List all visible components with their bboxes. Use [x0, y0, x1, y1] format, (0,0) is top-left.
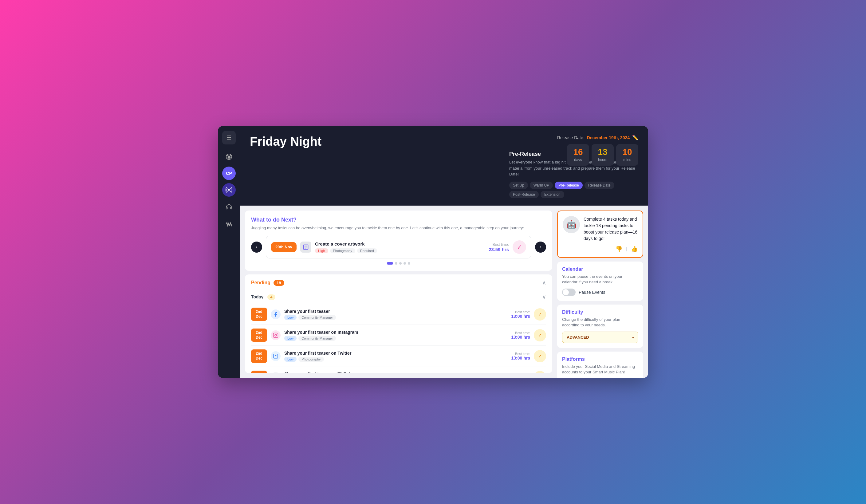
tag-photography-3: Photography [298, 357, 324, 362]
countdown-hours: 13 hours [591, 144, 614, 166]
tab-postrelease[interactable]: Post-Release [509, 191, 539, 198]
task-row-name-2: Share your first teaser on Instagram [284, 330, 508, 335]
carousel-prev-button[interactable]: ‹ [251, 242, 262, 253]
thumbs-up-button[interactable]: 👍 [631, 246, 638, 252]
countdown-days-value: 16 [573, 148, 584, 156]
difficulty-select-wrapper: BEGINNER INTERMEDIATE ADVANCED EXPERT [562, 332, 638, 343]
pending-header[interactable]: Pending 18 ∧ [245, 275, 552, 291]
task-row-name-1: Share your first teaser [284, 309, 508, 314]
twitter-icon [271, 351, 280, 361]
pause-events-toggle[interactable] [562, 289, 576, 296]
countdown-mins-label: mins [622, 158, 633, 162]
difficulty-title: Difficulty [562, 310, 638, 315]
svg-point-12 [277, 334, 277, 334]
task-row-info-1: Share your first teaser Low Community Ma… [284, 309, 508, 320]
edit-icon[interactable]: ✏️ [632, 135, 638, 141]
task-row-info-4: Share your first teaser on TikTok Low Vi… [284, 371, 508, 373]
sidebar-item-headphones[interactable] [222, 200, 236, 214]
task-row-time-2: 13:00 hrs [511, 335, 530, 339]
svg-point-3 [228, 189, 230, 191]
task-check-4[interactable]: ✓ [534, 371, 546, 373]
carousel-dots [251, 262, 546, 265]
svg-rect-9 [304, 248, 306, 249]
tab-prerelease[interactable]: Pre-Release [555, 182, 583, 189]
tag-low-2: Low [284, 336, 297, 341]
tab-setup[interactable]: Set Up [509, 182, 528, 189]
calendar-title: Calendar [562, 267, 638, 272]
pending-title: Pending [251, 280, 270, 285]
countdown-mins: 10 mins [616, 144, 638, 166]
task-row-info-2: Share your first teaser on Instagram Low… [284, 330, 508, 341]
svg-rect-7 [304, 246, 307, 246]
task-row-tags-1: Low Community Manager [284, 315, 508, 320]
tag-high: High [315, 248, 328, 253]
task-check-1[interactable]: ✓ [534, 308, 546, 321]
facebook-icon [271, 310, 280, 319]
tab-warmup[interactable]: Warm UP [530, 182, 553, 189]
tab-extension[interactable]: Extension [541, 191, 564, 198]
svg-rect-13 [274, 354, 278, 358]
task-row: 2ndDec Share your first teaser on Twitte… [251, 346, 546, 367]
countdown-hours-label: hours [597, 158, 608, 162]
pause-events-row: Pause Events [562, 289, 638, 296]
user-avatar[interactable]: CP [222, 167, 236, 180]
sidebar-item-music[interactable] [222, 150, 236, 164]
carousel-next-button[interactable]: › [535, 242, 546, 253]
sidebar-item-waveform[interactable] [222, 217, 236, 231]
dot-2 [395, 262, 397, 265]
svg-rect-10 [274, 333, 278, 337]
main-content: Friday Night Release Date: December 19th… [240, 126, 648, 378]
tab-releasedate[interactable]: Release Date [585, 182, 614, 189]
task-type-icon [300, 242, 311, 253]
task-name: Create a cover artwork [315, 241, 485, 246]
body-content: What to do Next? Juggling many tasks can… [240, 205, 648, 378]
task-row-date-2: 2ndDec [251, 328, 267, 342]
task-row-best-1: Best time: 13:00 hrs [511, 310, 530, 319]
countdown-days: 16 days [567, 144, 589, 166]
today-chevron-icon: ∨ [542, 293, 546, 300]
sidebar-menu-button[interactable]: ☰ [222, 131, 236, 144]
sidebar-item-signal[interactable] [222, 183, 236, 197]
task-row-best-2: Best time: 13:00 hrs [511, 331, 530, 339]
difficulty-select[interactable]: BEGINNER INTERMEDIATE ADVANCED EXPERT [562, 332, 638, 343]
task-time-value: 23:59 hrs [489, 247, 509, 252]
pending-chevron-icon: ∧ [542, 279, 546, 286]
task-row-tags-3: Low Photography [284, 357, 508, 362]
featured-task-card: 20th Nov Create a cover artwork High Pho… [266, 236, 531, 258]
task-row-best-4: Best time: 13:00 hrs [511, 373, 530, 373]
platforms-title: Platforms [562, 357, 638, 362]
platforms-card: Platforms Include your Social Media and … [557, 351, 643, 378]
task-carousel: ‹ 20th Nov Create a cover artwork [251, 236, 546, 258]
platforms-desc: Include your Social Media and Streaming … [562, 364, 638, 375]
what-next-card: What to do Next? Juggling many tasks can… [245, 211, 552, 271]
task-complete-button[interactable]: ✓ [513, 240, 526, 254]
thumbs-down-button[interactable]: 👎 [615, 246, 622, 252]
task-row-name-3: Share your first teaser on Twitter [284, 351, 508, 356]
task-date: 20th Nov [271, 242, 297, 252]
countdown-hours-value: 13 [597, 148, 608, 156]
task-row-info-3: Share your first teaser on Twitter Low P… [284, 351, 508, 362]
tag-low-1: Low [284, 315, 297, 320]
task-row-time-1: 13:00 hrs [511, 314, 530, 319]
tag-community-2: Community Manager [298, 336, 336, 341]
difficulty-card: Difficulty Change the difficulty of your… [557, 304, 643, 348]
left-panel: What to do Next? Juggling many tasks can… [245, 211, 552, 373]
today-row: Today 4 [251, 294, 275, 300]
countdown: 16 days 13 hours 10 mins [567, 144, 638, 166]
release-date-row: Release Date: December 19th, 2024 ✏️ [557, 135, 638, 141]
what-next-title: What to do Next? [251, 217, 546, 223]
hero-top-right: Release Date: December 19th, 2024 ✏️ 16 … [557, 135, 638, 166]
svg-rect-5 [231, 207, 232, 209]
dot-5 [408, 262, 410, 265]
hero-section: Friday Night Release Date: December 19th… [240, 126, 648, 205]
tag-required: Required [357, 248, 377, 253]
instagram-icon [271, 331, 280, 340]
task-check-3[interactable]: ✓ [534, 350, 546, 362]
task-row-name-4: Share your first teaser on TikTok [284, 371, 508, 373]
svg-point-11 [275, 334, 277, 336]
pending-title-row: Pending 18 [251, 280, 284, 286]
task-row: 2ndDec Share your first teaser on Instag… [251, 325, 546, 346]
dot-3 [399, 262, 402, 265]
calendar-card: Calendar You can pause the events on you… [557, 261, 643, 301]
task-check-2[interactable]: ✓ [534, 329, 546, 341]
